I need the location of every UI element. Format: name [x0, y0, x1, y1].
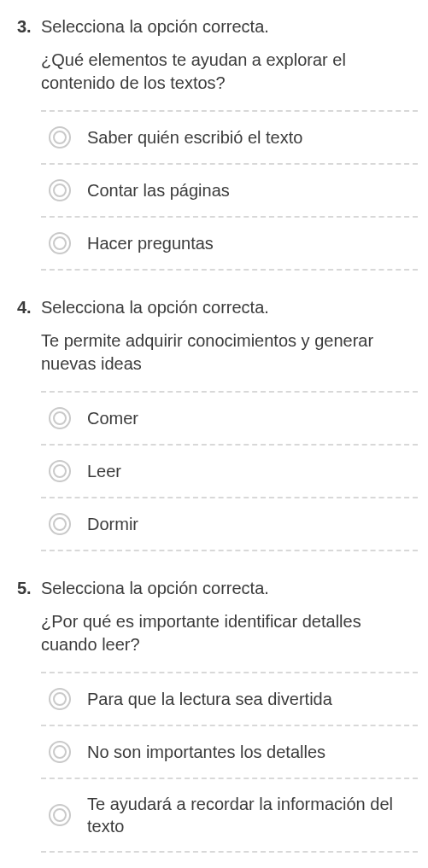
radio-icon [48, 687, 72, 711]
question-text-wrap: Selecciona la opción correcta. Te permit… [41, 298, 411, 376]
option-row[interactable]: Hacer preguntas [41, 216, 418, 271]
svg-point-17 [54, 809, 66, 821]
svg-point-7 [54, 412, 66, 424]
svg-point-13 [54, 693, 66, 705]
option-row[interactable]: Te ayudará a recordar la información del… [41, 778, 418, 853]
svg-point-0 [50, 127, 70, 148]
svg-point-12 [50, 689, 70, 709]
svg-point-16 [50, 805, 70, 825]
options-list: Saber quién escribió el texto Contar las… [41, 110, 418, 271]
svg-point-11 [54, 518, 66, 530]
question-header: 5. Selecciona la opción correcta. ¿Por q… [0, 562, 428, 663]
radio-icon [48, 231, 72, 255]
question-instruction: Selecciona la opción correcta. [41, 17, 411, 37]
option-row[interactable]: Leer [41, 444, 418, 497]
option-row[interactable]: Dormir [41, 497, 418, 551]
radio-icon [48, 406, 72, 430]
question-text-wrap: Selecciona la opción correcta. ¿Qué elem… [41, 17, 411, 95]
question-number: 4. [17, 298, 41, 317]
svg-point-14 [50, 742, 70, 762]
svg-point-5 [54, 237, 66, 249]
option-row[interactable]: No son importantes los detalles [41, 725, 418, 778]
option-label: Saber quién escribió el texto [87, 126, 302, 149]
question-prompt: ¿Qué elementos te ayudan a explorar el c… [41, 49, 411, 95]
radio-icon [48, 740, 72, 764]
option-label: Hacer preguntas [87, 232, 214, 254]
option-label: Contar las páginas [87, 179, 230, 201]
quiz-container: 3. Selecciona la opción correcta. ¿Qué e… [0, 0, 428, 853]
question-block: 4. Selecciona la opción correcta. Te per… [0, 281, 428, 551]
question-prompt: ¿Por qué es importante identificar detal… [41, 610, 411, 656]
svg-point-4 [50, 233, 70, 253]
svg-point-15 [54, 746, 66, 758]
question-instruction: Selecciona la opción correcta. [41, 298, 411, 317]
options-list: Comer Leer Dormir [41, 391, 418, 551]
option-label: Te ayudará a recordar la información del… [87, 793, 411, 837]
radio-icon [48, 512, 72, 536]
question-number: 5. [17, 579, 41, 598]
radio-icon [48, 803, 72, 827]
option-label: Dormir [87, 513, 138, 535]
option-row[interactable]: Saber quién escribió el texto [41, 110, 418, 163]
question-number: 3. [17, 17, 41, 37]
svg-point-10 [50, 514, 70, 534]
option-row[interactable]: Para que la lectura sea divertida [41, 672, 418, 725]
option-row[interactable]: Comer [41, 391, 418, 444]
radio-icon [48, 125, 72, 149]
svg-point-1 [54, 131, 66, 143]
question-header: 3. Selecciona la opción correcta. ¿Qué e… [0, 0, 428, 102]
options-list: Para que la lectura sea divertida No son… [41, 672, 418, 853]
svg-point-9 [54, 465, 66, 477]
svg-point-6 [50, 408, 70, 428]
option-label: No son importantes los detalles [87, 741, 325, 763]
question-prompt: Te permite adquirir conocimientos y gene… [41, 329, 411, 376]
option-row[interactable]: Contar las páginas [41, 163, 418, 216]
svg-point-2 [50, 180, 70, 201]
question-text-wrap: Selecciona la opción correcta. ¿Por qué … [41, 579, 411, 656]
option-label: Para que la lectura sea divertida [87, 688, 332, 710]
radio-icon [48, 178, 72, 202]
option-label: Leer [87, 460, 121, 482]
radio-icon [48, 459, 72, 483]
svg-point-8 [50, 461, 70, 481]
question-header: 4. Selecciona la opción correcta. Te per… [0, 281, 428, 382]
svg-point-3 [54, 184, 66, 196]
option-label: Comer [87, 407, 138, 429]
question-instruction: Selecciona la opción correcta. [41, 579, 411, 598]
question-block: 5. Selecciona la opción correcta. ¿Por q… [0, 562, 428, 853]
question-block: 3. Selecciona la opción correcta. ¿Qué e… [0, 0, 428, 271]
